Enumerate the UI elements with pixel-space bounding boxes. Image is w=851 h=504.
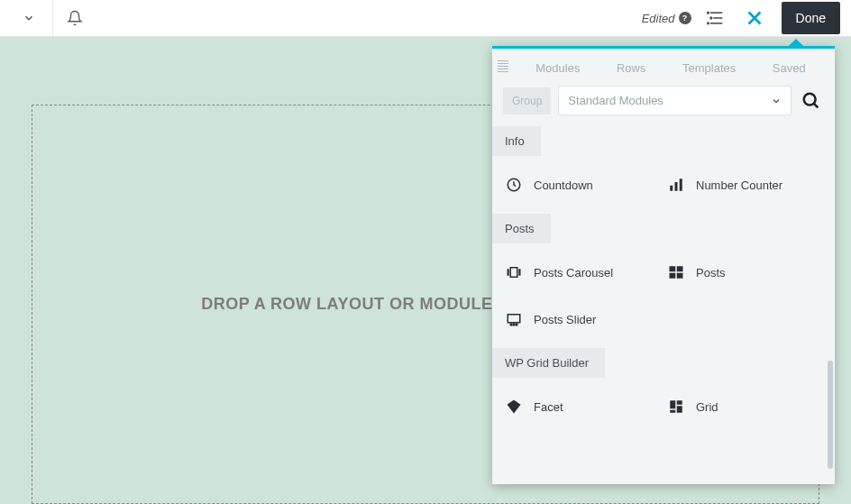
module-posts-carousel[interactable]: Posts Carousel: [505, 260, 660, 285]
module-label: Number Counter: [696, 179, 782, 192]
svg-rect-21: [508, 315, 520, 323]
section-header: Posts: [492, 214, 551, 243]
module-grid: Posts Carousel Posts Posts Slider: [492, 243, 835, 348]
section-posts: Posts Posts Carousel Posts: [492, 214, 835, 348]
module-label: Posts Carousel: [534, 266, 613, 279]
svg-rect-19: [670, 273, 676, 279]
svg-rect-12: [675, 182, 678, 191]
modules-panel: Modules Rows Templates Saved Group Stand…: [492, 46, 835, 484]
module-facet[interactable]: Facet: [505, 394, 660, 419]
edited-label: Edited: [642, 12, 675, 25]
group-label: Group: [503, 87, 551, 115]
grid-icon: [667, 398, 685, 416]
chevron-down-icon: [23, 12, 35, 24]
bell-icon: [67, 10, 83, 26]
svg-point-24: [516, 324, 517, 325]
svg-rect-18: [677, 266, 683, 271]
svg-point-23: [513, 324, 515, 325]
section-header: WP Grid Builder: [492, 348, 605, 378]
panel-controls: Group Standard Modules: [492, 86, 835, 126]
module-label: Countdown: [534, 179, 593, 192]
bar-chart-icon: [667, 176, 685, 194]
search-button[interactable]: [799, 88, 824, 114]
tab-saved[interactable]: Saved: [765, 58, 813, 78]
select-value: Standard Modules: [568, 94, 663, 107]
section-header: Info: [492, 126, 541, 156]
svg-rect-14: [508, 269, 509, 276]
tab-rows[interactable]: Rows: [609, 58, 654, 78]
module-grid[interactable]: Grid: [667, 394, 822, 419]
module-grid: Countdown Number Counter: [492, 156, 835, 214]
chevron-down-icon: [771, 96, 782, 106]
search-icon: [801, 91, 821, 111]
svg-point-3: [710, 17, 712, 19]
svg-rect-15: [510, 268, 517, 278]
module-label: Posts: [696, 266, 726, 279]
svg-point-1: [707, 12, 709, 14]
panel-tabs: Modules Rows Templates Saved: [517, 58, 824, 78]
svg-rect-11: [670, 186, 673, 191]
topbar: Edited ? Done: [0, 0, 851, 37]
slider-icon: [505, 310, 523, 328]
divider: [52, 0, 53, 36]
done-button[interactable]: Done: [782, 2, 840, 34]
edited-status[interactable]: Edited ?: [642, 12, 691, 25]
svg-point-5: [707, 23, 709, 24]
svg-rect-13: [680, 179, 682, 191]
tab-modules[interactable]: Modules: [528, 58, 587, 78]
module-posts[interactable]: Posts: [667, 260, 822, 285]
module-number-counter[interactable]: Number Counter: [667, 172, 822, 197]
section-wp-grid-builder: WP Grid Builder Facet Grid: [492, 348, 835, 435]
help-icon: ?: [679, 12, 691, 24]
close-panel-button[interactable]: [738, 2, 771, 34]
svg-rect-20: [677, 273, 683, 279]
clock-icon: [505, 176, 523, 194]
svg-rect-16: [518, 269, 520, 276]
module-label: Posts Slider: [534, 313, 596, 326]
panel-header: Modules Rows Templates Saved: [492, 49, 835, 86]
module-label: Facet: [534, 400, 563, 414]
svg-rect-25: [670, 400, 675, 408]
svg-rect-17: [670, 266, 676, 271]
carousel-icon: [505, 263, 523, 281]
module-grid: Facet Grid: [492, 378, 835, 435]
svg-line-9: [814, 103, 819, 107]
outline-icon: [706, 9, 724, 27]
svg-point-8: [804, 93, 816, 105]
tab-templates[interactable]: Templates: [675, 58, 743, 78]
svg-rect-26: [677, 400, 682, 405]
close-icon: [745, 8, 764, 28]
topbar-left: [11, 0, 93, 36]
scrollbar-thumb[interactable]: [828, 361, 833, 469]
module-posts-slider[interactable]: Posts Slider: [505, 307, 660, 332]
panel-drag-handle[interactable]: [498, 60, 508, 72]
notifications-button[interactable]: [57, 0, 93, 36]
module-label: Grid: [696, 400, 718, 414]
scrollbar[interactable]: [828, 126, 833, 484]
svg-point-22: [510, 324, 512, 325]
menu-dropdown[interactable]: [11, 0, 47, 36]
svg-rect-27: [677, 406, 682, 413]
module-type-select[interactable]: Standard Modules: [558, 86, 792, 115]
panel-body: Info Countdown Number Counter Posts: [492, 126, 835, 484]
outline-button[interactable]: [702, 5, 727, 31]
diamond-icon: [505, 398, 523, 416]
svg-rect-28: [670, 410, 675, 413]
module-countdown[interactable]: Countdown: [505, 172, 660, 197]
topbar-right: Edited ? Done: [642, 2, 840, 34]
section-info: Info Countdown Number Counter: [492, 126, 835, 214]
posts-icon: [667, 263, 685, 281]
